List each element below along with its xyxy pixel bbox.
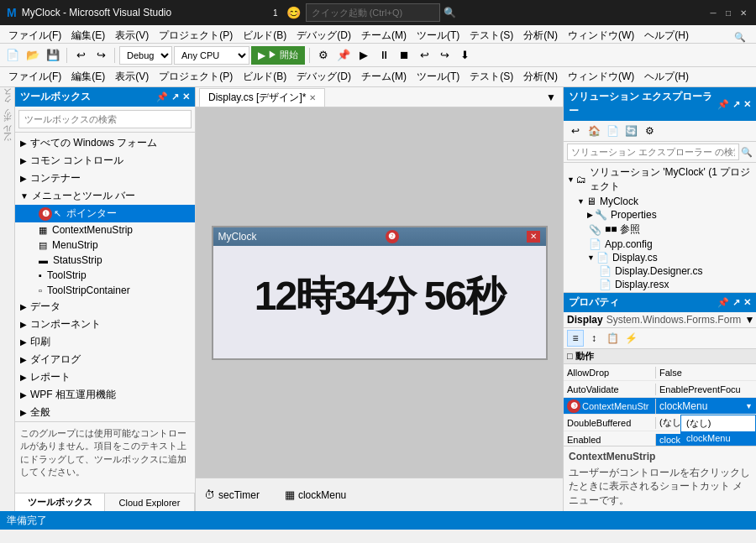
start-button[interactable]: ▶ ▶ 開始: [251, 46, 305, 65]
prop-object-dropdown[interactable]: ▼: [744, 314, 754, 326]
se-btn-3[interactable]: 📄: [604, 123, 621, 139]
doc-tab-close[interactable]: ✕: [309, 93, 316, 102]
prop-value-allowdrop[interactable]: False: [656, 367, 756, 379]
maximize-button[interactable]: □: [722, 7, 734, 18]
toolbar-btn-misc8[interactable]: ⬇: [455, 46, 474, 65]
menu-ウィンドウ(W)[interactable]: ウィンドウ(W): [563, 27, 639, 44]
tree-category-component[interactable]: ▶ コンポーネント: [15, 316, 195, 333]
tree-category-dialog[interactable]: ▶ ダイアログ: [15, 351, 195, 368]
prop-btn-category[interactable]: ≡: [567, 330, 584, 347]
tree-category-container[interactable]: ▶ コンテナー: [15, 170, 195, 187]
prop-value-contextmenu[interactable]: clockMenu ▼: [656, 399, 756, 413]
toolbar-btn-save[interactable]: 💾: [44, 46, 62, 65]
cpu-config-dropdown[interactable]: Any CPU: [174, 46, 249, 65]
menu-view[interactable]: 表示(V): [110, 68, 154, 86]
menu-file[interactable]: ファイル(F): [3, 68, 66, 86]
tree-category-menutools[interactable]: ▼ メニューとツール バー: [15, 187, 195, 205]
prop-btn-props[interactable]: 📋: [604, 330, 621, 347]
doc-tab-dropdown[interactable]: ▼: [543, 90, 559, 105]
prop-pin2-icon[interactable]: ↗: [732, 297, 740, 308]
toolbar-btn-new[interactable]: 📄: [3, 46, 22, 65]
menu-表示(V)[interactable]: 表示(V): [110, 27, 154, 44]
se-pin2-icon[interactable]: ↗: [732, 99, 740, 110]
tree-category-common[interactable]: ▶ コモン コントロール: [15, 152, 195, 170]
tree-item-contextmenustrip[interactable]: ▦ ContextMenuStrip: [15, 222, 195, 238]
toolbar-btn-open[interactable]: 📂: [24, 46, 42, 65]
st-solution[interactable]: ▼ 🗂 ソリューション 'MyClock' (1 プロジェクト: [564, 164, 756, 195]
toolbar-btn-redo[interactable]: ↪: [92, 46, 110, 65]
prop-pin-icon[interactable]: 📌: [717, 297, 729, 308]
tree-category-allforms[interactable]: ▶ すべての Windows フォーム: [15, 134, 195, 152]
menu-edit[interactable]: 編集(E): [66, 68, 110, 86]
toolbar-btn-misc4[interactable]: ⏸: [375, 46, 393, 65]
menu-分析(N)[interactable]: 分析(N): [518, 27, 563, 44]
tree-category-data[interactable]: ▶ データ: [15, 298, 195, 316]
menu-analyze[interactable]: 分析(N): [518, 68, 563, 86]
menu-window[interactable]: ウィンドウ(W): [563, 68, 639, 86]
se-search-input[interactable]: [567, 144, 739, 160]
tree-item-toolstripcontainer[interactable]: ▫ ToolStripContainer: [15, 283, 195, 298]
st-displaycs[interactable]: ▼ 📄 Display.cs: [564, 251, 756, 264]
st-display[interactable]: ▶ ⚡ ▸ Display: [564, 291, 756, 292]
document-tab-display[interactable]: Display.cs [デザイン]* ✕: [199, 88, 325, 107]
dropdown-option-nashi[interactable]: (なし): [681, 415, 755, 431]
toolbar-btn-undo[interactable]: ↩: [71, 46, 90, 65]
toolbox-tab-main[interactable]: ツールボックス: [15, 493, 105, 511]
se-btn-2[interactable]: 🏠: [585, 123, 602, 139]
close-button[interactable]: ✕: [738, 7, 749, 18]
menu-プロジェクト(P)[interactable]: プロジェクト(P): [154, 27, 238, 44]
tree-category-general[interactable]: ▶ 全般: [15, 404, 195, 421]
tree-item-pointer[interactable]: ❶ ↖ ポインター: [15, 205, 195, 222]
st-properties[interactable]: ▶ 🔧 Properties: [564, 208, 756, 222]
tree-item-toolstrip[interactable]: ▪ ToolStrip: [15, 268, 195, 283]
tree-category-print[interactable]: ▶ 印刷: [15, 333, 195, 351]
menu-debug[interactable]: デバッグ(D): [291, 68, 356, 86]
form-close-button[interactable]: ✕: [527, 231, 540, 243]
minimize-button[interactable]: ─: [707, 7, 719, 18]
st-displaydesigner[interactable]: 📄 Display.Designer.cs: [564, 264, 756, 278]
toolbar-btn-misc5[interactable]: ⏹: [395, 46, 413, 65]
dropdown-option-clockmenu[interactable]: clockMenu: [681, 431, 755, 445]
prop-btn-events[interactable]: ⚡: [622, 330, 639, 347]
prop-btn-alpha[interactable]: ↕: [585, 330, 602, 347]
prop-close-icon[interactable]: ✕: [743, 297, 751, 308]
menu-ファイル(F)[interactable]: ファイル(F): [3, 27, 66, 44]
toolbar-btn-misc1[interactable]: ⚙: [314, 46, 333, 65]
menu-help[interactable]: ヘルプ(H): [639, 68, 694, 86]
tree-item-menustrip[interactable]: ▤ MenuStrip: [15, 238, 195, 253]
quick-access-input[interactable]: [306, 3, 440, 22]
toolbar-btn-misc7[interactable]: ↪: [435, 46, 454, 65]
toolbox-pin2-icon[interactable]: ↗: [171, 91, 179, 102]
toolbox-search-input[interactable]: [18, 110, 192, 128]
toolbox-close-icon[interactable]: ✕: [182, 91, 190, 102]
prop-value-autovalidate[interactable]: EnablePreventFocu: [656, 384, 756, 395]
toolbox-pin-icon[interactable]: 📌: [156, 91, 168, 102]
toolbar-btn-misc6[interactable]: ↩: [415, 46, 433, 65]
se-btn-1[interactable]: ↩: [567, 123, 584, 139]
vertical-tab-toolbox[interactable]: ツールボックス: [2, 91, 13, 147]
component-clockmenu[interactable]: ▦ clockMenu: [285, 488, 346, 501]
menu-テスト(S)[interactable]: テスト(S): [465, 27, 518, 44]
st-references[interactable]: 📎 ■■ 参照: [564, 222, 756, 238]
debug-config-dropdown[interactable]: Debug: [119, 46, 172, 65]
se-btn-4[interactable]: 🔄: [622, 123, 639, 139]
menu-ヘルプ(H)[interactable]: ヘルプ(H): [639, 27, 694, 44]
menu-デバッグ(D)[interactable]: デバッグ(D): [291, 27, 356, 44]
tree-item-statusstrip[interactable]: ▬ StatusStrip: [15, 253, 195, 268]
st-displayresx[interactable]: 📄 Display.resx: [564, 278, 756, 291]
menu-test[interactable]: テスト(S): [465, 68, 518, 86]
tree-category-report[interactable]: ▶ レポート: [15, 368, 195, 386]
toolbar-btn-misc3[interactable]: ▶: [354, 46, 373, 65]
menu-team[interactable]: チーム(M): [356, 68, 412, 86]
tree-category-wpf[interactable]: ▶ WPF 相互運用機能: [15, 386, 195, 404]
se-btn-5[interactable]: ⚙: [641, 123, 658, 139]
st-myclock[interactable]: ▼ 🖥 MyClock: [564, 195, 756, 208]
menu-tools[interactable]: ツール(T): [412, 68, 465, 86]
menu-チーム(M)[interactable]: チーム(M): [356, 27, 412, 44]
menu-ツール(T)[interactable]: ツール(T): [412, 27, 465, 44]
component-sectimer[interactable]: ⏱ secTimer: [204, 488, 260, 501]
toolbox-tab-cloud[interactable]: Cloud Explorer: [105, 493, 195, 511]
st-appconfig[interactable]: 📄 App.config: [564, 238, 756, 251]
se-close-icon[interactable]: ✕: [743, 99, 751, 110]
menu-project[interactable]: プロジェクト(P): [154, 68, 238, 86]
